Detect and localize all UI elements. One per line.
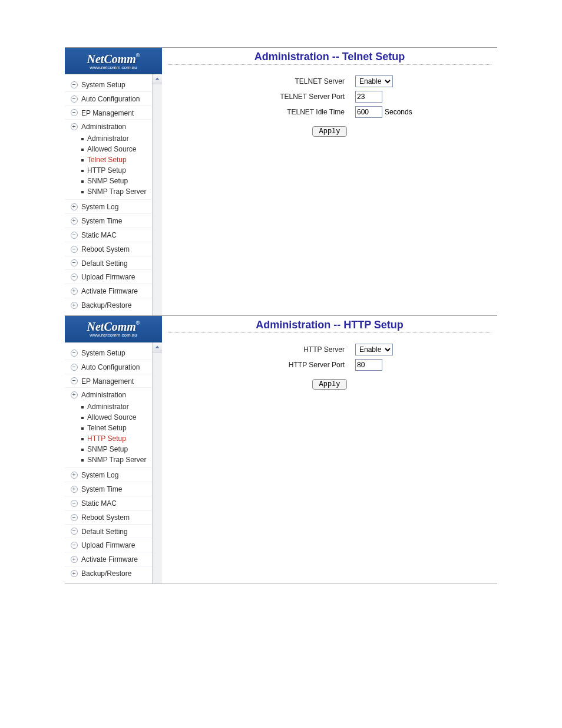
- plus-icon: [71, 472, 78, 479]
- sidebar-item[interactable]: EP Management: [65, 106, 152, 120]
- sidebar-menu: System SetupAuto ConfigurationEP Managem…: [65, 342, 152, 584]
- sidebar-item[interactable]: Auto Configuration: [65, 92, 152, 106]
- sidebar-item-label: Default Setting: [81, 527, 128, 535]
- scroll-up-button[interactable]: [153, 74, 162, 84]
- http-panel: NetComm® www.netcomm.com.au System Setup…: [65, 315, 497, 584]
- http-server-label: HTTP Server: [168, 345, 355, 354]
- sidebar-item[interactable]: Backup/Restore: [65, 298, 152, 312]
- submenu-item[interactable]: SNMP Setup: [81, 176, 152, 186]
- apply-button[interactable]: Apply: [312, 126, 346, 137]
- telnet-port-label: TELNET Server Port: [168, 93, 355, 101]
- submenu-item[interactable]: SNMP Trap Server: [81, 454, 152, 465]
- sidebar-item[interactable]: System Time: [65, 214, 152, 228]
- plus-icon: [71, 123, 78, 130]
- sidebar-item[interactable]: Reboot System: [65, 510, 152, 525]
- http-server-select[interactable]: Enable: [355, 344, 393, 355]
- sidebar-item-label: System Log: [81, 203, 118, 211]
- sidebar-item[interactable]: Backup/Restore: [65, 566, 152, 580]
- submenu-item[interactable]: Telnet Setup: [81, 154, 152, 165]
- scroll-track[interactable]: [153, 84, 162, 315]
- plus-icon: [71, 486, 78, 493]
- sidebar-item[interactable]: Auto Configuration: [65, 360, 152, 374]
- sidebar: NetComm® www.netcomm.com.au System Setup…: [65, 316, 162, 584]
- submenu-item[interactable]: Allowed Source: [81, 412, 152, 423]
- sidebar-item-label: Administration: [81, 123, 126, 131]
- submenu-item[interactable]: SNMP Setup: [81, 444, 152, 454]
- page-title: Administration -- HTTP Setup: [168, 319, 491, 331]
- sidebar-item[interactable]: System Log: [65, 200, 152, 214]
- logo-reg: ®: [136, 52, 140, 58]
- logo: NetComm® www.netcomm.com.au: [65, 48, 162, 74]
- telnet-idle-suffix: Seconds: [385, 108, 412, 116]
- sidebar: NetComm® www.netcomm.com.au System Setup…: [65, 48, 162, 315]
- sidebar-item[interactable]: EP Management: [65, 374, 152, 388]
- telnet-server-select[interactable]: Enable: [355, 75, 393, 87]
- submenu-item[interactable]: Allowed Source: [81, 144, 152, 154]
- sidebar-item[interactable]: System Setup: [65, 346, 152, 360]
- scroll-up-button[interactable]: [153, 342, 162, 353]
- sidebar-item[interactable]: System Log: [65, 468, 152, 482]
- sidebar-item[interactable]: AdministrationAdministratorAllowed Sourc…: [65, 388, 152, 468]
- sidebar-item[interactable]: Activate Firmware: [65, 552, 152, 566]
- logo: NetComm® www.netcomm.com.au: [65, 316, 162, 342]
- submenu-item[interactable]: Telnet Setup: [81, 423, 152, 433]
- sidebar-item-label: System Time: [81, 217, 122, 225]
- sidebar-item-label: Activate Firmware: [81, 555, 138, 564]
- submenu-item[interactable]: SNMP Trap Server: [81, 186, 152, 197]
- content-area: Administration -- Telnet Setup TELNET Se…: [162, 48, 497, 315]
- sidebar-item[interactable]: Activate Firmware: [65, 284, 152, 298]
- submenu-item[interactable]: HTTP Setup: [81, 165, 152, 176]
- minus-icon: [71, 259, 78, 266]
- minus-icon: [71, 109, 78, 116]
- sidebar-item-label: System Setup: [81, 81, 125, 89]
- sidebar-item-label: Upload Firmware: [81, 273, 135, 281]
- sidebar-item-label: Auto Configuration: [81, 95, 140, 103]
- scrollbar[interactable]: [152, 342, 162, 584]
- minus-icon: [71, 274, 78, 281]
- logo-brand: NetComm: [87, 320, 136, 333]
- minus-icon: [71, 246, 78, 253]
- sidebar-item-label: Auto Configuration: [81, 363, 140, 371]
- sidebar-item-label: EP Management: [81, 108, 134, 117]
- minus-icon: [71, 81, 78, 88]
- sidebar-item[interactable]: AdministrationAdministratorAllowed Sourc…: [65, 120, 152, 200]
- sidebar-item-label: Reboot System: [81, 513, 130, 522]
- sidebar-item[interactable]: Upload Firmware: [65, 538, 152, 552]
- http-port-input[interactable]: [355, 359, 382, 371]
- sidebar-item-label: Default Setting: [81, 259, 128, 267]
- minus-icon: [71, 500, 78, 507]
- sidebar-item-label: Backup/Restore: [81, 569, 131, 578]
- chevron-up-icon: [155, 345, 160, 350]
- scrollbar[interactable]: [152, 74, 162, 315]
- telnet-port-input[interactable]: [355, 91, 382, 103]
- scroll-track[interactable]: [153, 353, 162, 584]
- minus-icon: [71, 232, 78, 239]
- sidebar-item[interactable]: Reboot System: [65, 242, 152, 256]
- sidebar-item-label: System Setup: [81, 349, 125, 357]
- http-port-label: HTTP Server Port: [168, 361, 355, 369]
- sidebar-item[interactable]: Static MAC: [65, 496, 152, 510]
- sidebar-item[interactable]: System Setup: [65, 78, 152, 92]
- sidebar-item-label: System Log: [81, 471, 118, 479]
- submenu-item[interactable]: HTTP Setup: [81, 433, 152, 444]
- sidebar-item[interactable]: Upload Firmware: [65, 270, 152, 284]
- sidebar-item-label: Reboot System: [81, 245, 130, 253]
- logo-url: www.netcomm.com.au: [90, 65, 137, 70]
- plus-icon: [71, 218, 78, 225]
- sidebar-item-label: Activate Firmware: [81, 287, 138, 295]
- submenu-item[interactable]: Administrator: [81, 401, 152, 412]
- submenu-item[interactable]: Administrator: [81, 133, 152, 144]
- content-area: Administration -- HTTP Setup HTTP Server…: [162, 316, 497, 584]
- sidebar-item[interactable]: Default Setting: [65, 256, 152, 271]
- apply-button[interactable]: Apply: [312, 379, 346, 390]
- sidebar-item[interactable]: System Time: [65, 482, 152, 496]
- telnet-idle-input[interactable]: [355, 106, 382, 118]
- sidebar-item[interactable]: Static MAC: [65, 228, 152, 242]
- minus-icon: [71, 528, 78, 535]
- telnet-idle-label: TELNET Idle Time: [168, 108, 355, 116]
- sidebar-item[interactable]: Default Setting: [65, 525, 152, 539]
- chevron-up-icon: [155, 77, 160, 81]
- divider: [168, 332, 491, 333]
- sidebar-item-label: EP Management: [81, 377, 134, 385]
- sidebar-item-label: Administration: [81, 391, 126, 399]
